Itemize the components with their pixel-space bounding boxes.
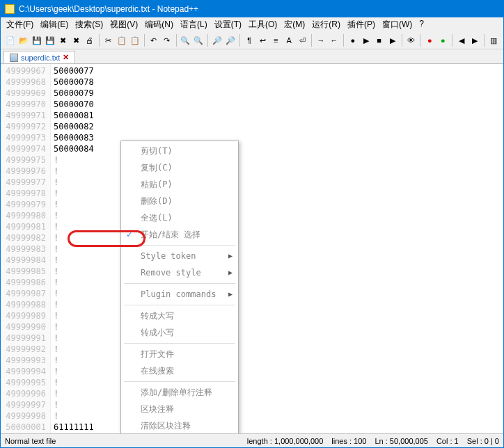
open-icon[interactable]: 📂 <box>18 34 29 47</box>
text-line: 50000081 <box>54 110 501 121</box>
replace-icon[interactable]: 🔍 <box>193 34 204 47</box>
line-number: 49999983 <box>2 243 46 255</box>
line-number: 49999991 <box>2 333 46 344</box>
eye-icon[interactable]: 👁 <box>405 34 416 47</box>
rec-red-icon[interactable]: ● <box>424 34 435 47</box>
line-number: 49999989 <box>2 310 46 321</box>
editor-area[interactable]: 4999996749999968499999694999997049999971… <box>1 64 503 433</box>
line-number: 49999972 <box>2 121 46 132</box>
menu-item[interactable]: 宏(M) <box>284 19 305 31</box>
menu-item[interactable]: 窗口(W) <box>382 19 412 31</box>
guides-icon[interactable]: ≡ <box>270 34 281 47</box>
line-number: 49999967 <box>2 65 46 77</box>
tab-superdic[interactable]: superdic.txt ✕ <box>3 51 75 63</box>
line-number: 49999980 <box>2 210 46 221</box>
status-bar: Normal text file length : 1,000,000,000 … <box>1 433 503 447</box>
chevron-right-icon: ▶ <box>228 267 233 278</box>
indent-icon[interactable]: → <box>315 34 326 47</box>
line-number: 49999973 <box>2 132 46 143</box>
macro-stop-icon[interactable]: ■ <box>374 34 385 47</box>
context-menu-item[interactable]: Style token▶ <box>121 248 238 264</box>
chevron-right-icon: ▶ <box>228 250 233 262</box>
print-icon[interactable]: 🖨 <box>84 34 95 47</box>
redo-icon[interactable]: ↷ <box>162 34 173 47</box>
text-line: 50000082 <box>54 121 501 132</box>
menu-item[interactable]: 运行(R) <box>312 19 340 31</box>
menu-item[interactable]: 视图(V) <box>110 19 138 31</box>
text-line: 50000070 <box>54 99 501 110</box>
context-menu-item[interactable]: 在线搜索 <box>121 362 238 379</box>
line-number: 49999993 <box>2 355 46 366</box>
context-menu-item[interactable]: Remove style▶ <box>121 264 238 281</box>
back-icon[interactable]: ◀ <box>456 34 467 47</box>
find-icon[interactable]: 🔍 <box>180 34 191 47</box>
tab-label: superdic.txt <box>21 54 60 62</box>
line-number: 49999998 <box>2 410 46 422</box>
context-menu-item[interactable]: 复制(C) <box>121 159 238 176</box>
menu-bar[interactable]: 文件(F)编辑(E)搜索(S)视图(V)编码(N)语言(L)设置(T)工具(O)… <box>1 17 503 32</box>
chevron-right-icon: ▶ <box>228 289 233 300</box>
status-position: Ln : 50,000,005 <box>375 437 427 445</box>
line-number: 49999968 <box>2 77 46 88</box>
line-number: 49999986 <box>2 277 46 288</box>
macro-rec-icon[interactable]: ● <box>347 34 359 47</box>
cut-icon[interactable]: ✂ <box>103 34 114 47</box>
context-menu-item[interactable]: 清除区块注释 <box>121 417 238 433</box>
line-number: 49999994 <box>2 366 46 377</box>
save-icon[interactable]: 💾 <box>31 34 42 47</box>
zoom-in-icon[interactable]: 🔎 <box>212 34 223 47</box>
line-number: 50000002 <box>2 433 46 433</box>
eol-icon[interactable]: ⏎ <box>297 34 308 47</box>
zoom-out-icon[interactable]: 🔎 <box>225 34 236 47</box>
menu-item[interactable]: 语言(L) <box>180 19 207 31</box>
line-number: 49999997 <box>2 399 46 410</box>
closeall-icon[interactable]: ✖ <box>71 34 82 47</box>
line-number: 49999996 <box>2 388 46 399</box>
toolbar: 📄📂💾💾✖✖🖨✂📋📋↶↷🔍🔍🔎🔎¶↩≡A⏎→←●▶■▶👁●●◀▶▥ <box>1 32 503 49</box>
line-number: 49999970 <box>2 99 46 110</box>
copy-icon[interactable]: 📋 <box>116 34 127 47</box>
line-number: 49999990 <box>2 321 46 333</box>
context-menu-item[interactable]: 全选(L) <box>121 209 238 226</box>
close-icon[interactable]: ✖ <box>58 34 69 47</box>
macro-play-icon[interactable]: ▶ <box>361 34 372 47</box>
lang-icon[interactable]: A <box>283 34 294 47</box>
paste-icon[interactable]: 📋 <box>129 34 141 47</box>
macro-run-icon[interactable]: ▶ <box>387 34 398 47</box>
context-menu-item[interactable]: 添加/删除单行注释 <box>121 384 238 401</box>
menu-item[interactable]: ? <box>419 19 424 31</box>
menu-item[interactable]: 设置(T) <box>214 19 242 31</box>
context-menu: 剪切(T)复制(C)粘贴(P)删除(D)全选(L)开始/结束 选择✓Style … <box>120 141 239 433</box>
wrap-icon[interactable]: ↩ <box>257 34 268 47</box>
undo-icon[interactable]: ↶ <box>148 34 159 47</box>
context-menu-item[interactable]: 开始/结束 选择✓ <box>121 226 238 243</box>
menu-item[interactable]: 工具(O) <box>249 19 277 31</box>
ws-icon[interactable]: ¶ <box>244 34 255 47</box>
context-menu-item[interactable]: Plugin commands▶ <box>121 286 238 303</box>
context-menu-item[interactable]: 删除(D) <box>121 193 238 209</box>
saveall-icon[interactable]: 💾 <box>45 34 56 47</box>
rec-grn-icon[interactable]: ● <box>437 34 448 47</box>
menu-item[interactable]: 编辑(E) <box>40 19 68 31</box>
menu-item[interactable]: 插件(P) <box>347 19 375 31</box>
line-number: 49999992 <box>2 344 46 355</box>
text-content[interactable]: 剪切(T)复制(C)粘贴(P)删除(D)全选(L)开始/结束 选择✓Style … <box>51 64 503 433</box>
context-menu-item[interactable]: 区块注释 <box>121 401 238 417</box>
fwd-icon[interactable]: ▶ <box>469 34 480 47</box>
outdent-icon[interactable]: ← <box>329 34 340 47</box>
panel-icon[interactable]: ▥ <box>488 34 499 47</box>
menu-item[interactable]: 文件(F) <box>6 19 33 31</box>
window-title: C:\Users\geek\Desktop\superdic.txt - Not… <box>19 4 198 14</box>
context-menu-item[interactable]: 转成小写 <box>121 324 238 341</box>
menu-item[interactable]: 搜索(S) <box>75 19 103 31</box>
context-menu-item[interactable]: 打开文件 <box>121 346 238 362</box>
context-menu-item[interactable]: 剪切(T) <box>121 143 238 159</box>
context-menu-item[interactable]: 粘贴(P) <box>121 176 238 193</box>
context-menu-item[interactable]: 转成大写 <box>121 307 238 324</box>
menu-item[interactable]: 编码(N) <box>145 19 173 31</box>
line-number: 49999982 <box>2 232 46 243</box>
close-icon[interactable]: ✕ <box>63 53 69 62</box>
new-icon[interactable]: 📄 <box>5 34 16 47</box>
status-col: Col : 1 <box>436 437 459 445</box>
check-icon: ✓ <box>127 229 132 240</box>
